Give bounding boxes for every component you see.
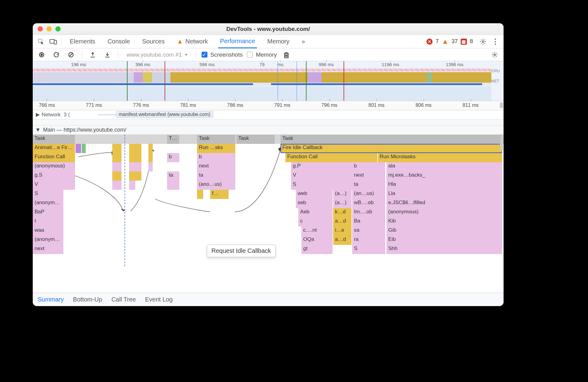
flame-entry[interactable]: Lla (386, 190, 502, 199)
tab-performance[interactable]: Performance (218, 35, 257, 48)
flame-entry[interactable]: S (33, 190, 63, 199)
task-entry[interactable]: Task (236, 135, 275, 144)
flame-entry[interactable]: (a…) (333, 199, 352, 208)
flame-entry[interactable]: Run …sks (197, 144, 235, 153)
flame-entry[interactable] (112, 162, 121, 171)
flame-entry[interactable]: a…d (333, 236, 352, 245)
task-entry[interactable]: Task (33, 135, 75, 144)
task-entry[interactable]: T… (167, 135, 179, 144)
flame-entry[interactable] (148, 144, 153, 153)
flame-entry[interactable]: Kib (386, 217, 502, 227)
flame-entry[interactable]: ra (352, 236, 385, 245)
reload-record-icon[interactable] (51, 50, 61, 60)
flame-entry[interactable]: sa (352, 227, 385, 236)
tab-sources[interactable]: Sources (140, 35, 166, 48)
capture-settings-gear-icon[interactable] (489, 50, 500, 60)
status-badges[interactable]: ✕ 7 ▲ 37 ▦ 8 (426, 38, 473, 46)
flame-entry[interactable]: i…e (333, 227, 352, 236)
flame-entry[interactable]: t (33, 217, 63, 227)
overview-handle-right[interactable] (296, 61, 297, 101)
flame-entry[interactable]: g.S (33, 171, 75, 181)
garbage-collect-icon[interactable] (281, 50, 292, 60)
inspect-element-icon[interactable] (36, 36, 46, 47)
flame-entry[interactable] (167, 181, 179, 190)
flame-entry[interactable] (76, 144, 81, 153)
flame-entry[interactable]: b (352, 162, 385, 171)
flame-entry[interactable]: Animati…e Fired (33, 144, 75, 153)
tab-bottom-up[interactable]: Bottom-Up (73, 296, 102, 303)
flame-entry[interactable]: Aeb (298, 208, 333, 217)
flame-entry[interactable]: c….nt (301, 227, 333, 236)
tabs-overflow[interactable]: » (300, 35, 307, 48)
flame-entry[interactable]: (anonymous) (33, 236, 63, 245)
flame-entry[interactable]: Function Call (33, 153, 75, 162)
flame-entry[interactable]: Run Microtasks (378, 153, 502, 162)
flame-entry[interactable]: (anonymous) (33, 162, 75, 171)
settings-gear-icon[interactable] (478, 36, 488, 47)
flame-entry[interactable]: ta (352, 181, 385, 190)
flame-entry[interactable]: ta (167, 171, 179, 181)
flame-entry[interactable]: (an…us) (352, 190, 385, 199)
flame-entry[interactable]: next (352, 171, 385, 181)
network-lane-toggle[interactable]: ▶ Network 3 ( (36, 111, 70, 118)
flame-entry[interactable] (112, 144, 121, 153)
flame-entry[interactable]: V (33, 181, 75, 190)
flame-entry[interactable] (112, 171, 121, 181)
tab-console[interactable]: Console (106, 35, 132, 48)
flame-entry[interactable]: S (352, 245, 385, 254)
flame-entry[interactable]: Fire Idle Callback (281, 144, 502, 153)
flame-entry[interactable] (112, 153, 121, 162)
flame-entry[interactable]: ta (197, 171, 235, 181)
flame-entry[interactable] (112, 181, 121, 190)
main-thread-header[interactable]: ▼ Main — https://www.youtube.com/ (33, 125, 504, 135)
record-icon[interactable] (36, 50, 47, 60)
flame-entry[interactable] (148, 153, 153, 162)
memory-checkbox[interactable]: Memory (247, 51, 277, 58)
flame-entry[interactable] (197, 190, 203, 199)
flame-entry[interactable] (129, 181, 135, 190)
device-toolbar-icon[interactable] (48, 36, 58, 47)
task-entry[interactable]: Task (281, 135, 502, 144)
detail-ruler[interactable]: 766 ms 771 ms 776 ms 781 ms 786 ms 791 m… (33, 101, 504, 110)
scroll-thumb[interactable] (500, 102, 503, 108)
flame-entry[interactable]: web (296, 190, 333, 199)
flame-entry[interactable] (129, 171, 141, 181)
flame-entry[interactable] (129, 162, 141, 171)
tab-event-log[interactable]: Event Log (145, 296, 173, 303)
flame-entry[interactable]: ala (386, 162, 502, 171)
flame-entry[interactable] (82, 144, 86, 153)
flame-entry[interactable]: Im.…ob (352, 208, 385, 217)
kebab-menu-icon[interactable] (490, 36, 501, 47)
recording-picker[interactable]: www.youtube.com #1 (124, 51, 190, 59)
flame-entry[interactable]: Gib (386, 227, 502, 236)
upload-icon[interactable] (87, 50, 98, 60)
flame-entry[interactable]: BaP (33, 208, 63, 217)
network-request-segment[interactable]: manifest.webmanifest (www.youtube.com) (116, 111, 213, 118)
screenshots-checkbox[interactable]: ✓ Screenshots (202, 51, 243, 58)
flame-entry[interactable]: (anonymous) (33, 199, 63, 208)
flame-entry[interactable]: next (197, 162, 235, 171)
flame-entry[interactable]: Hla (386, 181, 502, 190)
clear-icon[interactable] (66, 50, 76, 60)
flame-entry[interactable]: b (197, 153, 235, 162)
flame-entry[interactable]: gt (301, 245, 333, 254)
task-entry[interactable]: Task (197, 135, 235, 144)
flame-entry[interactable]: k…d (333, 208, 352, 217)
flame-entry[interactable] (129, 153, 141, 162)
flame-entry[interactable]: Eib (386, 236, 502, 245)
tab-summary[interactable]: Summary (38, 296, 64, 303)
flame-entry[interactable]: e.JSC$6…lfilled (386, 199, 502, 208)
flame-entry[interactable] (148, 162, 153, 171)
flame-entry[interactable]: a…d (333, 217, 352, 227)
flame-entry[interactable]: mj.exe…backs_ (386, 171, 502, 181)
flame-entry[interactable]: Ba (352, 217, 385, 227)
flame-chart[interactable]: TaskT…TaskTaskTaskAnimati…e FiredFunctio… (33, 135, 504, 293)
flame-entry[interactable]: xeb (296, 199, 333, 208)
network-lane[interactable]: ▶ Network 3 ( manifest.webmanifest (www.… (33, 110, 504, 119)
flame-entry[interactable] (129, 144, 141, 153)
overview-timeline[interactable]: 196 ms 396 ms 596 ms 79 ms 996 ms 1196 m… (33, 61, 504, 101)
flame-entry[interactable]: (ano…us) (197, 181, 235, 190)
flame-entry[interactable]: Function Call (285, 153, 377, 162)
flame-entry[interactable]: Shh (386, 245, 502, 254)
overview-handle-left[interactable] (277, 61, 278, 101)
